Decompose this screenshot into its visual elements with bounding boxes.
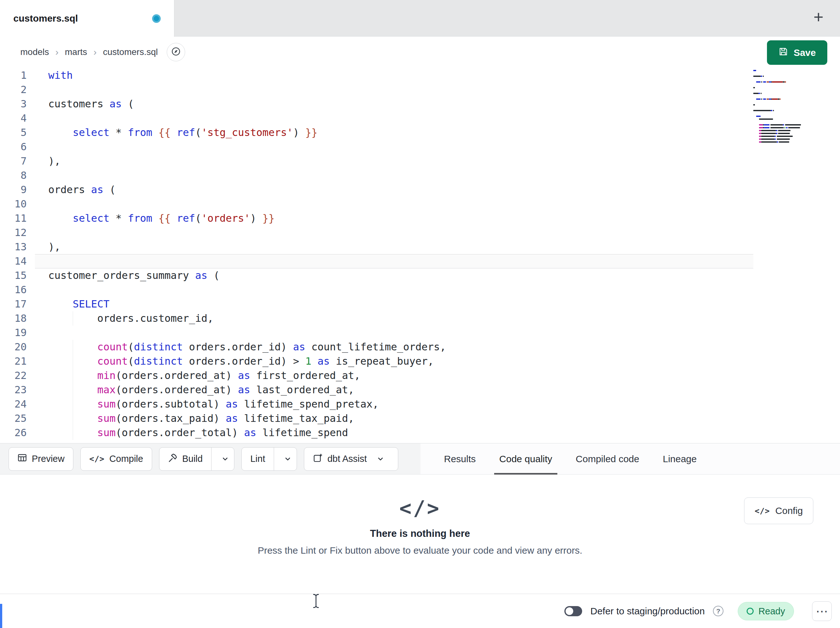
code-line[interactable]: 18 orders.customer_id, — [0, 311, 753, 326]
code-line[interactable]: 19 — [0, 326, 753, 340]
code-line[interactable]: 23 max(orders.ordered_at) as last_ordere… — [0, 383, 753, 397]
code-line[interactable]: 21 count(distinct orders.order_id) > 1 a… — [0, 354, 753, 369]
line-number[interactable]: 10 — [0, 197, 35, 211]
build-dropdown-chevron[interactable] — [216, 448, 234, 470]
line-number[interactable]: 1 — [0, 68, 35, 82]
minimap-line — [753, 69, 801, 72]
line-number[interactable]: 25 — [0, 411, 35, 426]
code-line[interactable]: 24 sum(orders.subtotal) as lifetime_spen… — [0, 397, 753, 411]
line-number[interactable]: 7 — [0, 154, 35, 168]
code-line[interactable]: 25 sum(orders.tax_paid) as lifetime_tax_… — [0, 411, 753, 426]
code-line-content: customer_orders_summary as ( — [35, 269, 753, 283]
code-line[interactable]: 15customer_orders_summary as ( — [0, 269, 753, 283]
config-button[interactable]: </> Config — [744, 497, 813, 524]
code-line[interactable]: 22 min(orders.ordered_at) as first_order… — [0, 369, 753, 383]
minimap-line — [753, 132, 801, 135]
code-line[interactable]: 8 — [0, 168, 753, 183]
code-line[interactable]: 2 — [0, 82, 753, 97]
build-label: Build — [182, 454, 203, 464]
lint-button[interactable]: Lint — [242, 447, 297, 471]
line-number[interactable]: 19 — [0, 326, 35, 340]
code-line[interactable]: 13), — [0, 240, 753, 254]
code-line[interactable]: 5 select * from {{ ref('stg_customers') … — [0, 125, 753, 140]
minimap-line — [753, 141, 801, 143]
code-line-content: with — [35, 68, 753, 82]
file-tab-customers-sql[interactable]: customers.sql — [0, 0, 174, 37]
code-line[interactable]: 14 — [0, 254, 753, 269]
code-line[interactable]: 20 count(distinct orders.order_id) as co… — [0, 340, 753, 354]
code-quality-panel: </> There is nothing here Press the Lint… — [0, 475, 840, 594]
panel-tab-compiled-code[interactable]: Compiled code — [576, 443, 639, 474]
editor-toolbar: Preview </> Compile Build Lint — [0, 443, 840, 475]
minimap-line — [753, 89, 801, 92]
preview-button[interactable]: Preview — [9, 447, 73, 471]
compile-button[interactable]: </> Compile — [81, 447, 152, 471]
code-line-content: min(orders.ordered_at) as first_ordered_… — [35, 369, 753, 383]
line-number[interactable]: 21 — [0, 354, 35, 369]
file-tab-title: customers.sql — [13, 13, 78, 24]
breadcrumb-item-marts[interactable]: marts — [65, 47, 87, 57]
more-options-button[interactable]: ⋯ — [812, 601, 832, 621]
minimap-line — [753, 106, 801, 109]
panel-tab-results[interactable]: Results — [444, 443, 476, 474]
preview-label: Preview — [32, 454, 65, 464]
compass-icon — [171, 46, 182, 58]
line-number[interactable]: 24 — [0, 397, 35, 411]
line-number[interactable]: 3 — [0, 97, 35, 111]
code-line[interactable]: 11 select * from {{ ref('orders') }} — [0, 211, 753, 226]
line-number[interactable]: 16 — [0, 283, 35, 297]
line-number[interactable]: 22 — [0, 369, 35, 383]
code-line[interactable]: 26 sum(orders.order_total) as lifetime_s… — [0, 426, 753, 440]
line-number[interactable]: 6 — [0, 140, 35, 154]
minimap[interactable] — [753, 69, 801, 143]
code-line[interactable]: 6 — [0, 140, 753, 154]
line-number[interactable]: 13 — [0, 240, 35, 254]
code-editor[interactable]: 1with23customers as (45 select * from {{… — [0, 67, 840, 443]
minimap-line — [753, 95, 801, 98]
explore-compass-button[interactable] — [167, 43, 185, 61]
defer-toggle[interactable] — [564, 606, 582, 616]
build-button[interactable]: Build — [159, 447, 235, 471]
panel-tab-lineage[interactable]: Lineage — [663, 443, 697, 474]
breadcrumb-separator: › — [55, 47, 58, 57]
breadcrumb-item-models[interactable]: models — [21, 47, 49, 57]
code-line[interactable]: 17 SELECT — [0, 297, 753, 311]
line-number[interactable]: 17 — [0, 297, 35, 311]
line-number[interactable]: 14 — [0, 254, 35, 269]
line-number[interactable]: 11 — [0, 211, 35, 226]
line-number[interactable]: 20 — [0, 340, 35, 354]
dbt-assist-button[interactable]: dbt Assist — [304, 447, 398, 471]
save-button[interactable]: Save — [767, 40, 827, 65]
help-icon[interactable]: ? — [713, 606, 723, 616]
line-number[interactable]: 26 — [0, 426, 35, 440]
new-tab-button[interactable]: + — [813, 8, 824, 25]
code-line[interactable]: 3customers as ( — [0, 97, 753, 111]
line-number[interactable]: 23 — [0, 383, 35, 397]
line-number[interactable]: 5 — [0, 125, 35, 140]
line-number[interactable]: 8 — [0, 168, 35, 183]
code-line-content — [35, 283, 753, 297]
code-line[interactable]: 16 — [0, 283, 753, 297]
line-number[interactable]: 2 — [0, 82, 35, 97]
code-line[interactable]: 12 — [0, 226, 753, 240]
breadcrumb-item-customers-sql[interactable]: customers.sql — [103, 47, 158, 57]
assist-dropdown-chevron[interactable] — [371, 448, 389, 470]
minimap-line — [753, 109, 801, 112]
line-number[interactable]: 12 — [0, 226, 35, 240]
code-line-content: orders.customer_id, — [35, 311, 753, 326]
line-number[interactable]: 9 — [0, 183, 35, 197]
code-line[interactable]: 1with — [0, 68, 753, 82]
ready-status-badge[interactable]: Ready — [738, 602, 794, 620]
code-line-content — [35, 168, 753, 183]
line-number[interactable]: 4 — [0, 111, 35, 125]
code-line[interactable]: 4 — [0, 111, 753, 125]
line-number[interactable]: 18 — [0, 311, 35, 326]
save-label: Save — [794, 47, 816, 58]
code-line-content: SELECT — [35, 297, 753, 311]
code-line[interactable]: 9orders as ( — [0, 183, 753, 197]
lint-dropdown-chevron[interactable] — [279, 448, 297, 470]
code-line[interactable]: 10 — [0, 197, 753, 211]
panel-tab-code-quality[interactable]: Code quality — [499, 443, 552, 474]
line-number[interactable]: 15 — [0, 269, 35, 283]
code-line[interactable]: 7), — [0, 154, 753, 168]
